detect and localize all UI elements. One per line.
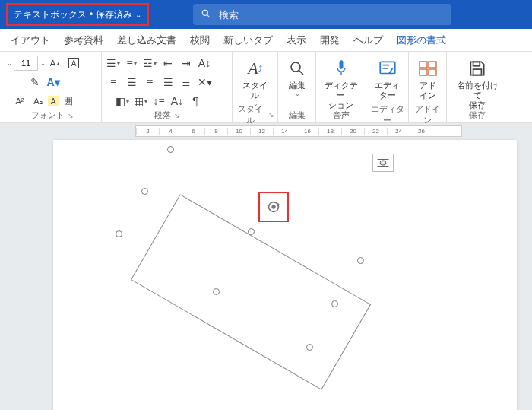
save-icon	[467, 56, 487, 81]
svg-rect-4	[339, 60, 343, 69]
search-input[interactable]	[219, 9, 444, 21]
rotated-textbox-shape[interactable]	[131, 194, 371, 390]
ruler-mark: 2	[136, 128, 159, 135]
addins-button[interactable]: アド イン	[410, 55, 446, 102]
font-family-dropdown[interactable]: ⌄	[7, 60, 12, 67]
font-color-icon[interactable]: A▾	[45, 74, 62, 91]
tab-layout[interactable]: イアウト	[5, 30, 56, 50]
group-editor: エディ ター エディター	[366, 52, 409, 122]
ruler-mark: 16	[296, 128, 318, 135]
selection-handle[interactable]	[306, 344, 313, 351]
find-icon	[288, 56, 306, 81]
char-spacing-icon[interactable]: ✕▾	[196, 74, 213, 91]
numbering-icon[interactable]: ≡▾	[123, 55, 140, 72]
group-voice-label: 音声	[333, 110, 350, 121]
svg-rect-11	[473, 69, 482, 75]
edit-button[interactable]: 編集 ⌄	[279, 55, 315, 99]
highlight-icon[interactable]: A	[48, 96, 59, 106]
layout-options-button[interactable]	[372, 154, 394, 172]
justify-icon[interactable]: ☰	[160, 74, 176, 91]
font-launcher-icon[interactable]: ↘	[68, 112, 74, 119]
group-addins: アド イン アドイン	[409, 52, 447, 122]
svg-rect-5	[380, 62, 395, 73]
subscript-icon[interactable]: A₂	[30, 93, 46, 110]
selection-handle[interactable]	[116, 230, 122, 237]
document-name: テキストボックス	[14, 8, 87, 21]
ruler-mark: 14	[273, 128, 296, 135]
group-paragraph: ☰▾ ≡▾ ☲▾ ⇤ ⇥ A↕ ≡ ☰ ≡ ☰ ≣ ✕▾ ◧▾ ▦▾	[102, 52, 233, 122]
selection-handle[interactable]	[331, 300, 338, 307]
ruler-mark: 4	[159, 128, 182, 135]
text-direction-icon[interactable]: A↕	[196, 55, 213, 72]
search-box[interactable]	[193, 4, 451, 25]
selection-handle[interactable]	[167, 146, 174, 153]
styles-icon: A⤴	[248, 56, 261, 81]
align-right-icon[interactable]: ≡	[141, 74, 158, 91]
indent-right-icon[interactable]: ⇥	[178, 55, 195, 72]
search-icon	[201, 8, 211, 21]
title-bar: テキストボックス • 保存済み ⌄	[0, 0, 532, 29]
tab-review[interactable]: 校閲	[184, 30, 216, 50]
tab-references[interactable]: 参考資料	[58, 30, 109, 50]
ruler-mark: 22	[364, 128, 387, 135]
borders-icon[interactable]: ▦▾	[132, 93, 149, 110]
chevron-down-icon: ⌄	[295, 91, 300, 97]
ruler-mark: 10	[227, 128, 250, 135]
tab-developer[interactable]: 開発	[314, 30, 346, 50]
bullets-icon[interactable]: ☰▾	[105, 55, 122, 72]
selection-handle[interactable]	[213, 288, 220, 295]
font-grow-icon[interactable]: A▲	[47, 55, 64, 72]
styles-launcher-icon[interactable]: ↘	[268, 111, 274, 119]
tab-mailings[interactable]: 差し込み文書	[111, 30, 182, 50]
tab-view[interactable]: 表示	[280, 30, 312, 50]
text-effects-icon[interactable]: ✎	[27, 74, 43, 91]
document-title-area[interactable]: テキストボックス • 保存済み ⌄	[6, 3, 149, 26]
save-as-button[interactable]: 名前を付けて 保存	[450, 55, 505, 113]
shading-icon[interactable]: ◧▾	[114, 93, 131, 110]
font-size-dropdown[interactable]: ⌄	[40, 60, 46, 67]
ribbon: ⌄ 11 ⌄ A▲ A ✎ A▾ A² A₂ A 囲 フォント	[0, 52, 532, 123]
microphone-icon	[334, 56, 349, 81]
indent-left-icon[interactable]: ⇤	[160, 55, 176, 72]
tab-shape-format[interactable]: 図形の書式	[391, 30, 452, 50]
svg-line-1	[207, 14, 210, 17]
ruler-mark: 20	[341, 128, 364, 135]
tab-help[interactable]: ヘルプ	[347, 30, 389, 50]
editor-button[interactable]: エディ ター	[369, 55, 406, 102]
horizontal-ruler[interactable]: 2468101214161820222426	[135, 125, 462, 137]
svg-line-3	[299, 71, 303, 75]
paragraph-mark-icon[interactable]: ¶	[187, 93, 204, 110]
group-save: 名前を付けて 保存 保存	[447, 52, 508, 122]
sort-icon[interactable]: A↓	[169, 93, 185, 110]
align-center-icon[interactable]: ☰	[123, 74, 140, 91]
align-left-icon[interactable]: ≡	[105, 74, 122, 91]
ruler-mark: 18	[318, 128, 341, 135]
svg-point-0	[203, 10, 208, 15]
char-shading-icon[interactable]: 囲	[60, 93, 77, 110]
chevron-down-icon: ⌄	[135, 11, 141, 19]
rotation-handle-highlight[interactable]	[258, 192, 289, 222]
rotation-anchor-handle[interactable]	[248, 228, 255, 235]
document-page[interactable]	[53, 140, 517, 410]
selection-handle[interactable]	[357, 257, 364, 264]
ruler-mark: 12	[250, 128, 273, 135]
line-spacing-icon[interactable]: ↕≡	[150, 93, 167, 110]
group-font-label: フォント	[31, 110, 65, 121]
ruler-mark: 24	[387, 128, 410, 135]
tabs-row: イアウト 参考資料 差し込み文書 校閲 新しいタブ 表示 開発 ヘルプ 図形の書…	[0, 29, 532, 52]
svg-rect-6	[420, 62, 427, 68]
superscript-icon[interactable]: A²	[11, 93, 28, 110]
distribute-icon[interactable]: ≣	[178, 74, 195, 91]
tab-newtab[interactable]: 新しいタブ	[217, 30, 279, 50]
group-save-label: 保存	[469, 110, 486, 121]
canvas	[53, 140, 517, 410]
font-size-box[interactable]: 11	[14, 56, 38, 71]
svg-rect-8	[420, 69, 427, 75]
char-box-icon[interactable]: A	[65, 55, 82, 72]
paragraph-launcher-icon[interactable]: ↘	[174, 112, 180, 119]
svg-rect-9	[429, 69, 436, 75]
svg-point-13	[272, 205, 275, 208]
styles-button[interactable]: A⤴ スタイル ⌄	[236, 55, 274, 109]
selection-handle[interactable]	[141, 188, 148, 195]
multilevel-icon[interactable]: ☲▾	[141, 55, 158, 72]
